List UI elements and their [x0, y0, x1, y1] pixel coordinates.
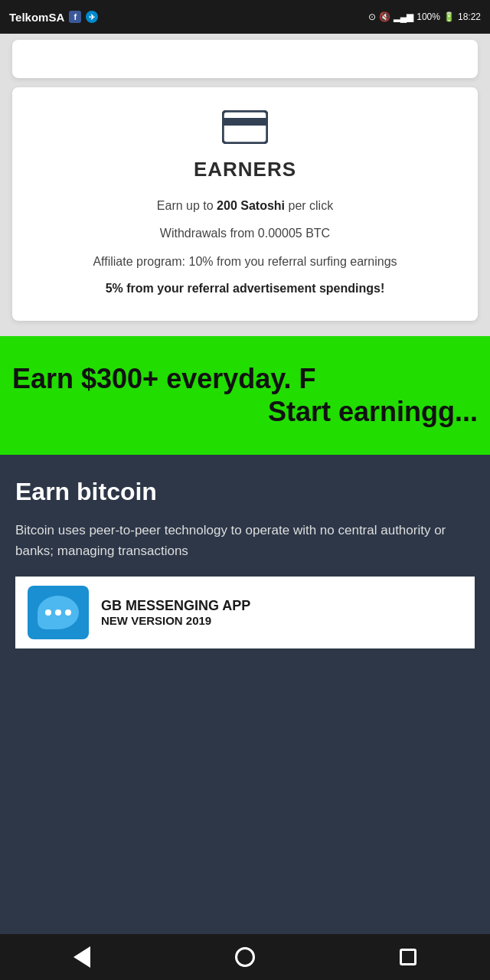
battery-text: 100%	[416, 11, 440, 22]
carrier-text: TelkomSA	[9, 11, 64, 24]
time-text: 18:22	[458, 11, 481, 22]
withdrawal-line: Withdrawals from 0.00005 BTC	[160, 224, 330, 243]
earn-satoshi-line: Earn up to 200 Satoshi per click	[157, 197, 333, 215]
signal-bars: ▂▄▆	[394, 11, 414, 22]
dot1	[45, 609, 51, 616]
recents-icon	[400, 949, 416, 965]
satoshi-amount: 200 Satoshi	[217, 199, 285, 212]
home-button[interactable]	[226, 942, 264, 972]
ad-line2: Start earningg...	[12, 395, 478, 428]
dot2	[55, 609, 61, 616]
ad-line1: Earn $300+ everyday. F	[12, 362, 478, 395]
app-promo-subtitle: NEW VERSION 2019	[101, 614, 462, 627]
ad-banner[interactable]: Earn $300+ everyday. F Start earningg...	[0, 336, 490, 455]
earners-card: EARNERS Earn up to 200 Satoshi per click…	[12, 87, 478, 321]
telegram-icon: ✈	[86, 11, 98, 23]
status-icons: ⊙ 🔇 ▂▄▆ 100% 🔋 18:22	[368, 11, 481, 22]
dot3	[65, 609, 71, 616]
app-promo-title: GB MESSENGING APP	[101, 598, 462, 614]
top-partial-card	[12, 40, 478, 78]
main-content: EARNERS Earn up to 200 Satoshi per click…	[0, 34, 490, 934]
earn-suffix: per click	[285, 199, 333, 212]
bitcoin-description: Bitcoin uses peer-to-peer technology to …	[15, 520, 475, 561]
signal-icon: ⊙	[368, 11, 376, 22]
app-icon-container	[28, 586, 89, 639]
earners-title: EARNERS	[194, 158, 296, 181]
back-button[interactable]	[63, 942, 101, 972]
nav-bar	[0, 934, 490, 980]
back-icon	[74, 946, 90, 968]
recents-button[interactable]	[389, 942, 427, 972]
mute-icon: 🔇	[379, 11, 390, 22]
earn-prefix: Earn up to	[157, 199, 217, 212]
bitcoin-section: Earn bitcoin Bitcoin uses peer-to-peer t…	[0, 455, 490, 934]
status-bar: TelkomSA f ✈ ⊙ 🔇 ▂▄▆ 100% 🔋 18:22	[0, 0, 490, 34]
bitcoin-title: Earn bitcoin	[15, 478, 475, 506]
status-left: TelkomSA f ✈	[9, 11, 98, 24]
svg-rect-1	[223, 118, 267, 126]
facebook-icon: f	[69, 11, 81, 23]
credit-card-icon	[222, 110, 268, 144]
svg-rect-0	[223, 111, 267, 143]
battery-icon: 🔋	[443, 11, 455, 22]
app-promo-banner[interactable]: GB MESSENGING APP NEW VERSION 2019	[15, 577, 475, 648]
home-icon	[235, 947, 255, 967]
app-text-container: GB MESSENGING APP NEW VERSION 2019	[101, 598, 462, 627]
referral-spend-line: 5% from your referral advertisement spen…	[106, 279, 385, 298]
chat-bubble-icon	[38, 596, 79, 629]
affiliate-line: Affiliate program: 10% from you referral…	[93, 252, 397, 272]
